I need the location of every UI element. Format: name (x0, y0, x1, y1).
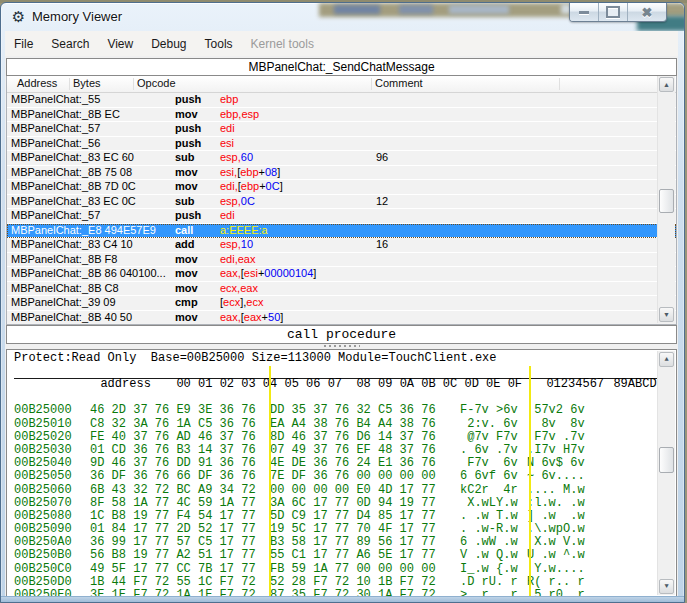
hex-row[interactable]: 00B250708F 58 1A 77 4C 59 1A 773A 6C 17 … (7, 497, 676, 510)
column-header-opcode[interactable]: Opcode (137, 77, 176, 89)
hex-bytes-high: DD 35 37 76 32 C5 36 76 (270, 404, 436, 417)
hex-row[interactable]: 00B250B056 B8 19 77 A2 51 17 7755 C1 17 … (7, 549, 676, 562)
ascii-high: 57v2 6v (527, 404, 586, 417)
operand-segment: ebp (240, 166, 258, 178)
menu-tools[interactable]: Tools (196, 34, 242, 54)
ascii-low: kC2r 4r (460, 484, 518, 497)
disasm-row[interactable]: MBPanelChat:_55pushebp (7, 93, 676, 108)
window-bottom-border (1, 596, 684, 602)
instruction-mnemonic: mov (175, 267, 198, 281)
disasm-row[interactable]: MBPanelChat:_8B F8movedi,eax (7, 253, 676, 268)
scroll-up-icon[interactable]: ▲ (659, 77, 674, 92)
instruction-operands: esi,[ebp+08] (220, 166, 280, 180)
disasm-column-header[interactable]: AddressBytesOpcodeComment (7, 76, 676, 93)
title-bar[interactable]: ⚙ Memory Viewer ✖ (1, 3, 684, 31)
hex-bytes-high: 55 C1 17 77 A6 5E 17 77 (270, 549, 436, 562)
instruction-mnemonic: mov (175, 108, 198, 122)
hex-bytes-low: 56 B8 19 77 A2 51 17 77 (90, 549, 256, 562)
ascii-high: F7v .7v (527, 431, 586, 444)
panel-splitter[interactable] (6, 344, 677, 348)
menu-search[interactable]: Search (42, 34, 98, 54)
instruction-address: MBPanelChat:_ (7, 209, 88, 223)
instruction-operands: edi,eax (220, 253, 255, 267)
cheat-engine-icon: ⚙ (10, 8, 27, 25)
hex-view-panel[interactable]: Protect:Read Only Base=00B25000 Size=113… (6, 349, 677, 602)
instruction-bytes: 8B 86 040100... (88, 267, 166, 279)
disasm-row[interactable]: MBPanelChat:_E8 494E57E9calla:EEEE:a (7, 224, 676, 239)
hex-bytes-high: EA A4 38 76 B4 A4 38 76 (270, 418, 436, 431)
disasm-row[interactable]: MBPanelChat:_57pushedi (7, 209, 676, 224)
instruction-operands: a:EEEE:a (220, 224, 268, 238)
maximize-button[interactable] (598, 3, 627, 21)
hex-row[interactable]: 00B250606B 43 32 72 BC A9 34 7200 00 00 … (7, 484, 676, 497)
instruction-mnemonic: mov (175, 180, 198, 194)
disasm-row[interactable]: MBPanelChat:_8B C8movecx,eax (7, 282, 676, 297)
operand-segment: 10 (241, 238, 253, 250)
instruction-operands: ebp (220, 93, 238, 107)
operand-segment: ecx (246, 296, 263, 308)
hex-column-header: address00 01 02 03 04 05 06 0708 09 0A 0… (14, 365, 672, 379)
hex-row[interactable]: 00B25020FE 40 37 76 AD 46 37 768D 46 37 … (7, 431, 676, 444)
disasm-row[interactable]: MBPanelChat:_8B 7D 0Cmovedi,[ebp+0C] (7, 180, 676, 195)
hex-divider-line (269, 366, 271, 596)
hex-scrollbar[interactable]: ▲ ▼ (657, 351, 675, 595)
column-header-comment[interactable]: Comment (375, 77, 423, 89)
hex-row[interactable]: 00B250C049 5F 17 77 CC 7B 17 77FB 59 1A … (7, 563, 676, 576)
instruction-bytes: 83 EC 60 (88, 151, 134, 163)
ascii-high: .... M.w (527, 484, 586, 497)
hex-byte-header-low: 00 01 02 03 04 05 06 07 (176, 378, 342, 391)
menu-file[interactable]: File (5, 34, 42, 54)
hex-row-address: 00B250B0 (14, 549, 74, 562)
hex-bytes-low: 36 DF 36 76 66 DF 36 76 (90, 470, 256, 483)
ascii-low: @7v F7v (460, 431, 518, 444)
instruction-bytes: 83 EC 0C (88, 195, 136, 207)
instruction-bytes: 8B F8 (88, 253, 117, 265)
ascii-high: 8v 8v (527, 418, 586, 431)
hex-row[interactable]: 00B2505036 DF 36 76 66 DF 36 767E DF 36 … (7, 470, 676, 483)
scroll-down-icon[interactable]: ▼ (659, 307, 674, 322)
menu-view[interactable]: View (98, 34, 142, 54)
disasm-row[interactable]: MBPanelChat:_8B 40 50moveax,[eax+50] (7, 311, 676, 326)
disasm-row[interactable]: MBPanelChat:_8B 75 08movesi,[ebp+08] (7, 166, 676, 181)
scrollbar-thumb[interactable] (659, 189, 674, 213)
instruction-bytes: 55 (88, 93, 100, 105)
instruction-comment: 96 (376, 151, 388, 165)
disasm-row[interactable]: MBPanelChat:_56pushesi (7, 137, 676, 152)
hex-row-address: 00B25000 (14, 404, 74, 417)
client-area: MBPanelChat:_SendChatMessage AddressByte… (5, 56, 678, 602)
scroll-down-icon[interactable]: ▼ (659, 579, 674, 594)
column-header-bytes[interactable]: Bytes (73, 77, 101, 89)
disassembly-panel[interactable]: AddressBytesOpcodeComment MBPanelChat:_5… (6, 76, 677, 325)
instruction-mnemonic: mov (175, 166, 198, 180)
hex-bytes-high: 00 00 00 00 E0 4D 17 77 (270, 484, 436, 497)
close-button[interactable]: ✖ (627, 3, 666, 21)
menu-kernel-tools: Kernel tools (242, 34, 323, 54)
scroll-up-icon[interactable]: ▲ (659, 352, 674, 367)
minimize-button[interactable] (570, 3, 598, 21)
ascii-high: ~ 6v.... (527, 470, 586, 483)
column-header-address[interactable]: Address (17, 77, 57, 89)
instruction-address: MBPanelChat:_ (7, 151, 88, 165)
hex-row[interactable]: 00B25010C8 32 3A 76 1A C5 36 76EA A4 38 … (7, 418, 676, 431)
menu-debug[interactable]: Debug (142, 34, 195, 54)
instruction-bytes: 57 (88, 209, 100, 221)
disasm-row[interactable]: MBPanelChat:_83 C4 10addesp,1016 (7, 238, 676, 253)
operand-segment: eax, (220, 311, 241, 323)
instruction-mnemonic: mov (175, 253, 198, 267)
disasm-row[interactable]: MBPanelChat:_8B 86 040100...moveax,[esi+… (7, 267, 676, 282)
ascii-divider-line (529, 366, 531, 596)
hex-bytes-low: FE 40 37 76 AD 46 37 76 (90, 431, 256, 444)
hex-row[interactable]: 00B2500046 2D 37 76 E9 3E 36 76DD 35 37 … (7, 404, 676, 417)
disasm-row[interactable]: MBPanelChat:_83 EC 60subesp,6096 (7, 151, 676, 166)
hex-row-address: 00B25060 (14, 484, 74, 497)
scrollbar-thumb[interactable] (659, 447, 674, 473)
instruction-address: MBPanelChat:_ (7, 311, 88, 325)
disasm-row[interactable]: MBPanelChat:_57pushedi (7, 122, 676, 137)
instruction-mnemonic: mov (175, 311, 198, 325)
disasm-row[interactable]: MBPanelChat:_8B ECmovebp,esp (7, 108, 676, 123)
operand-segment: esi (244, 267, 258, 279)
disasm-scrollbar[interactable]: ▲ ▼ (657, 76, 675, 323)
instruction-operands: edi,[ebp+0C] (220, 180, 283, 194)
disasm-row[interactable]: MBPanelChat:_39 09cmp[ecx],ecx (7, 296, 676, 311)
disasm-row[interactable]: MBPanelChat:_83 EC 0Csubesp,0C12 (7, 195, 676, 210)
